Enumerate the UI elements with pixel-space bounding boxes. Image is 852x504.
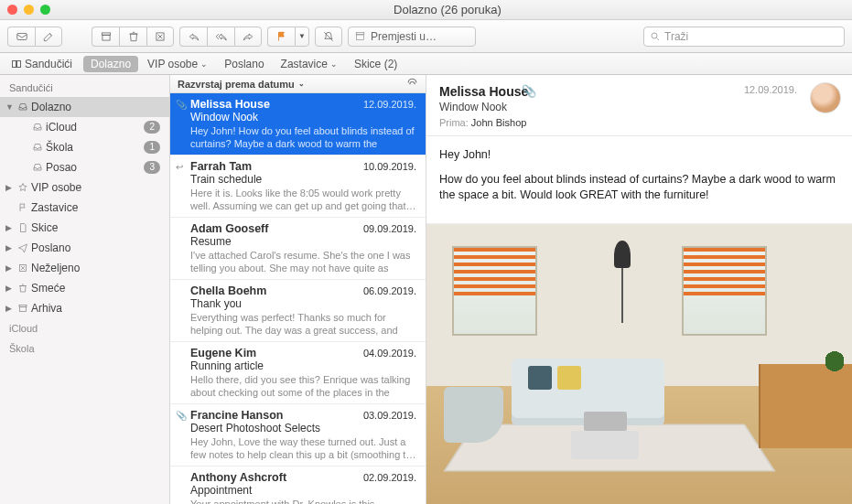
message-row[interactable]: Eugene Kim04.09.2019. Running article He… [170,342,426,404]
disclosure-triangle-icon[interactable]: ▶ [5,243,15,252]
message-preview: I've attached Carol's resume. She's the … [190,249,416,274]
archive-icon [15,303,31,314]
sidebar-drafts[interactable]: ▶ Skice [0,218,169,238]
traffic-lights [7,5,50,15]
fullscreen-window-button[interactable] [40,5,50,15]
sidebar-account[interactable]: Škola [0,338,169,359]
sidebar-inbox-child[interactable]: Škola 1 [0,137,169,157]
sidebar-inbox[interactable]: ▼ Dolazno [0,97,169,117]
message-preview: Here it is. Looks like the 8:05 would wo… [190,187,416,212]
sidebar-flags[interactable]: Zastavice [0,198,169,218]
message-date: 04.09.2019. [363,348,416,359]
message-row[interactable]: 📎 Francine Hanson03.09.2019. Desert Phot… [170,404,426,466]
sidebar-junk[interactable]: ▶ Neželjeno [0,258,169,278]
attachment-icon: 📎 [522,84,536,98]
sidebar: Sandučići ▼ Dolazno iCloud 2 Škola 1 Pos… [0,75,170,504]
sidebar-trash[interactable]: ▶ Smeće [0,278,169,298]
svg-rect-8 [17,60,21,67]
message-preview: Your appointment with Dr. Knowles is thi… [190,498,416,504]
reading-pane: Melissa House 📎 Window Nook Prima: John … [426,75,852,504]
chevron-down-icon: ⌄ [330,59,338,69]
message-row[interactable]: Adam Gooseff09.09.2019. Resume I've atta… [170,218,426,280]
sidebar-archive[interactable]: ▶ Arhiva [0,298,169,318]
flag-dropdown[interactable]: ▼ [295,27,309,47]
message-row[interactable]: Chella Boehm06.09.2019. Thank you Everyt… [170,280,426,342]
paperplane-icon [15,242,31,253]
trash-icon [15,283,31,294]
message-attachment-image[interactable] [426,223,852,504]
message-body: Hey John! How do you feel about blinds i… [426,136,852,223]
svg-rect-7 [13,60,16,67]
sidebar-sent[interactable]: ▶ Poslano [0,238,169,258]
header-subject: Window Nook [439,101,839,113]
move-to-button[interactable]: Premjesti u… [348,27,476,47]
close-window-button[interactable] [7,5,17,15]
sidebar-inbox-child[interactable]: iCloud 2 [0,117,169,137]
mailboxes-toggle[interactable]: Sandučići [4,56,80,72]
message-preview: Hey John! How do you feel about blinds i… [190,124,416,150]
reply-button[interactable] [179,27,207,47]
replied-icon: ↩ [176,162,183,172]
junk-button[interactable] [146,27,174,47]
message-subject: Train schedule [190,173,416,187]
sender-avatar[interactable] [810,82,841,113]
message-header: Melissa House 📎 Window Nook Prima: John … [426,75,852,136]
message-date: 12.09.2019. [363,99,416,110]
unread-badge: 3 [144,161,160,174]
message-preview: Hey John, Love the way these turned out.… [190,435,416,461]
delete-button[interactable] [119,27,146,47]
message-sender: Chella Boehm [190,284,363,297]
sort-bar[interactable]: Razvrstaj prema datumu ⌄ [170,75,426,93]
sidebar-section-label: Sandučići [0,79,169,97]
favorite-item[interactable]: Zastavice ⌄ [274,56,345,72]
message-preview: Hello there, did you see this? Enrique w… [190,373,416,399]
search-field[interactable]: Traži [643,27,845,47]
message-subject: Appointment [190,484,416,498]
svg-rect-2 [102,35,109,40]
compose-button[interactable] [35,27,62,47]
favorite-item[interactable]: Skice (2) [347,56,404,72]
move-to-label: Premjesti u… [371,30,437,43]
attachment-icon: 📎 [176,411,187,421]
get-mail-button[interactable] [7,27,35,47]
message-subject: Thank you [190,297,416,311]
star-icon [15,182,31,193]
chevron-down-icon: ⌄ [200,59,208,69]
disclosure-triangle-icon[interactable]: ▶ [5,183,15,192]
favorite-item[interactable]: VIP osobe ⌄ [140,56,215,72]
reply-all-button[interactable] [207,27,234,47]
document-icon [15,222,31,233]
message-date: 06.09.2019. [363,285,416,296]
disclosure-triangle-icon[interactable]: ▼ [5,102,15,112]
message-subject: Running article [190,359,416,373]
window-titlebar: Dolazno (26 poruka) [0,0,852,20]
message-row[interactable]: Anthony Ashcroft02.09.2019. Appointment … [170,466,426,504]
message-row[interactable]: ↩ Farrah Tam10.09.2019. Train schedule H… [170,155,426,218]
mute-button[interactable] [315,27,342,47]
sidebar-account[interactable]: iCloud [0,318,169,338]
minimize-window-button[interactable] [24,5,34,15]
disclosure-triangle-icon[interactable]: ▶ [5,284,15,293]
archive-button[interactable] [92,27,119,47]
inbox-icon [29,122,46,133]
message-subject: Resume [190,235,416,249]
sidebar-inbox-child[interactable]: Posao 3 [0,157,169,177]
message-row[interactable]: 📎 Melissa House12.09.2019. Window Nook H… [170,93,426,155]
inbox-icon [15,102,31,113]
svg-rect-4 [356,33,364,35]
disclosure-triangle-icon[interactable]: ▶ [5,263,15,273]
message-list: Razvrstaj prema datumu ⌄ 📎 Melissa House… [170,75,426,504]
header-date: 12.09.2019. [744,84,797,95]
svg-rect-0 [16,33,27,39]
favorite-item[interactable]: Poslano [217,56,271,72]
message-sender: Melissa House [190,98,363,111]
svg-rect-5 [357,35,364,39]
disclosure-triangle-icon[interactable]: ▶ [5,223,15,232]
message-preview: Everything was perfect! Thanks so much f… [190,311,416,337]
flag-button[interactable] [267,27,295,47]
disclosure-triangle-icon[interactable]: ▶ [5,304,15,313]
sidebar-vip[interactable]: ▶ VIP osobe [0,177,169,198]
favorite-item[interactable]: Dolazno [83,56,138,72]
forward-button[interactable] [234,27,262,47]
message-sender: Adam Gooseff [190,222,363,235]
